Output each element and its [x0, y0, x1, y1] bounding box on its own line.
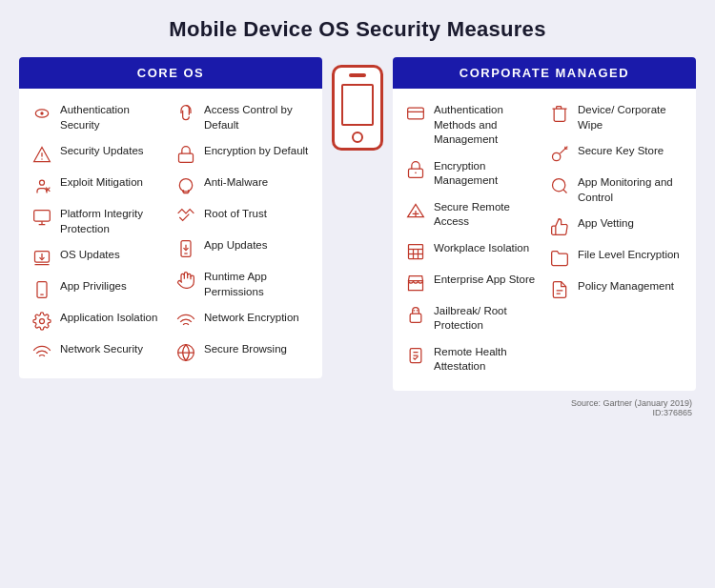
item-label: Policy Management: [578, 279, 674, 294]
svg-point-30: [415, 172, 417, 173]
phone-button: [352, 132, 363, 143]
corporate-managed-section: CORPORATE MANAGED Authentication Methods…: [393, 57, 696, 391]
list-item: Network Encryption: [171, 306, 315, 335]
item-label: Remote Health Attestation: [434, 345, 541, 375]
item-label: Access Control by Default: [204, 103, 311, 132]
corporate-managed-body: Authentication Methods and Management En…: [393, 98, 696, 379]
item-label: Application Isolation: [60, 311, 157, 326]
list-item: Secure Browsing: [171, 337, 315, 367]
svg-rect-34: [409, 244, 423, 258]
folder-icon: [548, 249, 571, 268]
item-label: OS Updates: [60, 248, 120, 263]
item-label: Platform Integrity Protection: [60, 207, 167, 236]
svg-line-50: [563, 190, 567, 193]
list-item: Secure Remote Access: [400, 195, 544, 234]
lock2-icon: [404, 160, 427, 179]
item-label: Exploit Mitigation: [60, 175, 143, 191]
wifi-icon: [174, 312, 197, 331]
list-item: Application Isolation: [27, 306, 171, 335]
item-label: Workplace Isolation: [434, 241, 529, 256]
svg-point-45: [553, 152, 561, 160]
svg-rect-18: [179, 153, 194, 162]
corporate-managed-header: CORPORATE MANAGED: [393, 57, 696, 89]
tower-icon: [404, 201, 427, 220]
skull-icon: [174, 176, 197, 195]
item-label: Secure Browsing: [204, 342, 287, 357]
list-item: Enterprise App Store: [400, 268, 544, 297]
list-item: Secure Key Store: [544, 139, 688, 169]
item-label: Jailbreak/ Root Protection: [434, 304, 541, 334]
search-icon: [548, 176, 571, 195]
core-os-col2: Access Control by Default Encryption by …: [171, 98, 315, 367]
item-label: Authentication Methods and Management: [434, 103, 541, 148]
item-label: Anti-Malware: [204, 175, 268, 191]
phone-icon: [332, 65, 383, 151]
item-label: App Updates: [204, 238, 268, 253]
key-icon: [548, 145, 571, 164]
item-label: App Priviliges: [60, 279, 127, 294]
monitor-icon: [31, 208, 53, 227]
list-item: Runtime App Permissions: [171, 265, 315, 304]
list-item: App Updates: [171, 233, 315, 263]
item-label: Network Encryption: [204, 311, 299, 326]
eye-icon: [31, 104, 53, 123]
svg-rect-40: [410, 314, 421, 322]
corp-col2: Device/ Corporate Wipe Secure Key Store …: [544, 98, 688, 379]
svg-point-1: [40, 112, 43, 114]
svg-rect-27: [408, 108, 424, 119]
item-label: File Level Encryption: [578, 248, 680, 263]
list-item: Encryption Management: [400, 154, 544, 193]
id-text: ID:376865: [652, 408, 692, 417]
item-label: Root of Trust: [204, 207, 267, 222]
handshake-icon: [174, 208, 197, 227]
item-label: App Vetting: [578, 216, 634, 232]
list-item: Jailbreak/ Root Protection: [400, 299, 544, 338]
svg-point-49: [553, 179, 565, 192]
item-label: Secure Key Store: [578, 144, 664, 159]
list-item: Network Security: [27, 337, 171, 367]
store-icon: [404, 274, 427, 293]
list-item: Device/ Corporate Wipe: [544, 98, 688, 137]
lock-icon: [174, 145, 197, 164]
phone-center: [322, 57, 393, 151]
phone-screen: [341, 84, 374, 126]
page: Mobile Device OS Security Measures CORE …: [0, 0, 715, 588]
trash-icon: [548, 104, 571, 123]
source-text: Source: Gartner (January 2019): [571, 398, 692, 408]
warning-icon: [31, 145, 53, 164]
list-item: OS Updates: [27, 243, 171, 273]
list-item: File Level Encryption: [544, 243, 688, 273]
source-note: Source: Gartner (January 2019) ID:376865: [19, 398, 696, 417]
list-item: Policy Management: [544, 274, 688, 304]
list-item: Platform Integrity Protection: [27, 202, 171, 241]
core-os-col1: Authentication Security Security Updates…: [27, 98, 171, 367]
item-label: Runtime App Permissions: [204, 270, 311, 299]
list-item: App Vetting: [544, 212, 688, 241]
page-title: Mobile Device OS Security Measures: [19, 17, 696, 42]
svg-rect-14: [37, 282, 47, 298]
item-label: Encryption by Default: [204, 144, 308, 159]
list-item: Authentication Methods and Management: [400, 98, 544, 152]
svg-point-4: [41, 158, 42, 159]
svg-line-46: [560, 147, 567, 154]
list-item: Anti-Malware: [171, 171, 315, 200]
jailbreak-icon: [404, 305, 427, 324]
gear-icon: [31, 312, 53, 331]
checklist-icon: [404, 346, 427, 365]
list-item: Access Control by Default: [171, 98, 315, 137]
main-layout: CORE OS Authentication Security Se: [19, 57, 696, 391]
list-item: Root of Trust: [171, 202, 315, 232]
list-item: Remote Health Attestation: [400, 340, 544, 379]
corp-col1: Authentication Methods and Management En…: [400, 98, 544, 379]
list-item: Security Updates: [27, 139, 171, 169]
item-label: Security Updates: [60, 144, 144, 159]
download-icon: [31, 249, 53, 268]
core-os-header: CORE OS: [19, 57, 322, 89]
mobile-down-icon: [174, 239, 197, 258]
list-item: Exploit Mitigation: [27, 171, 171, 200]
list-item: App Monitoring and Control: [544, 171, 688, 210]
item-label: Enterprise App Store: [434, 273, 535, 288]
finger-icon: [174, 104, 197, 123]
item-label: Authentication Security: [60, 103, 167, 132]
list-item: App Priviliges: [27, 274, 171, 304]
